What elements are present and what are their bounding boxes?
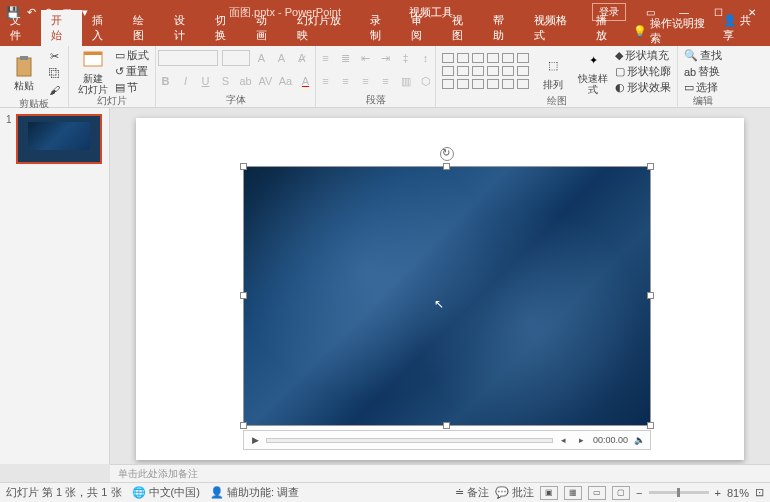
share-button[interactable]: 👤 共享 [713,10,770,46]
indent-inc-icon[interactable]: ⇥ [378,50,394,66]
tab-insert[interactable]: 插入 [82,10,123,46]
tab-design[interactable]: 设计 [164,10,205,46]
tab-slideshow[interactable]: 幻灯片放映 [287,10,360,46]
tab-home[interactable]: 开始 [41,10,82,46]
line-spacing-icon[interactable]: ‡ [398,50,414,66]
resize-handle-w[interactable] [240,292,247,299]
resize-handle-se[interactable] [647,422,654,429]
columns-icon[interactable]: ▥ [398,73,414,89]
tab-playback[interactable]: 播放 [586,10,627,46]
video-object[interactable]: ↖ [243,166,651,426]
resize-handle-e[interactable] [647,292,654,299]
slide-thumbnail-1[interactable] [16,114,102,164]
cut-icon[interactable]: ✂ [46,48,62,64]
format-painter-icon[interactable]: 🖌 [46,82,62,98]
reading-view-icon[interactable]: ▭ [588,486,606,500]
arrange-button[interactable]: ⬚ 排列 [535,54,571,90]
paste-button[interactable]: 粘贴 [6,55,42,91]
tab-transitions[interactable]: 切换 [205,10,246,46]
fit-window-icon[interactable]: ⊡ [755,486,764,499]
zoom-level[interactable]: 81% [727,487,749,499]
shape-fill-button[interactable]: ◆ 形状填充 [615,48,671,63]
volume-icon[interactable]: 🔈 [632,433,646,447]
shape-effects-button[interactable]: ◐ 形状效果 [615,80,671,95]
rotate-handle[interactable] [440,147,454,161]
ribbon-tabs: 文件 开始 插入 绘图 设计 切换 动画 幻灯片放映 录制 审阅 视图 帮助 视… [0,24,770,46]
arrange-icon: ⬚ [541,54,565,78]
underline-icon[interactable]: U [198,73,214,89]
tab-animations[interactable]: 动画 [246,10,287,46]
resize-handle-nw[interactable] [240,163,247,170]
tab-review[interactable]: 审阅 [401,10,442,46]
align-right-icon[interactable]: ≡ [358,73,374,89]
strike-icon[interactable]: S [218,73,234,89]
font-family[interactable] [158,50,218,66]
new-slide-icon [81,48,105,72]
select-button[interactable]: ▭ 选择 [684,80,722,95]
tab-video-format[interactable]: 视频格式 [524,10,586,46]
language-indicator[interactable]: 🌐 中文(中国) [132,485,200,500]
comments-toggle[interactable]: 💬 批注 [495,485,534,500]
layout-button[interactable]: ▭ 版式 [115,48,149,63]
slide-counter: 幻灯片 第 1 张，共 1 张 [6,485,122,500]
font-size[interactable] [222,50,250,66]
smartart-icon[interactable]: ⬡ [418,73,434,89]
tab-draw[interactable]: 绘图 [123,10,164,46]
tab-view[interactable]: 视图 [442,10,483,46]
shape-outline-button[interactable]: ▢ 形状轮廓 [615,64,671,79]
accessibility-check[interactable]: 👤 辅助功能: 调查 [210,485,299,500]
prev-frame-button[interactable]: ◂ [557,433,571,447]
new-slide-button[interactable]: 新建 幻灯片 [75,48,111,95]
zoom-in-button[interactable]: + [715,487,721,499]
text-direction-icon[interactable]: ↕ [418,50,434,66]
shadow-icon[interactable]: ab [238,73,254,89]
section-button[interactable]: ▤ 节 [115,80,149,95]
tab-help[interactable]: 帮助 [483,10,524,46]
justify-icon[interactable]: ≡ [378,73,394,89]
resize-handle-sw[interactable] [240,422,247,429]
resize-handle-n[interactable] [443,163,450,170]
clear-format-icon[interactable]: A̷ [294,50,310,66]
indent-dec-icon[interactable]: ⇤ [358,50,374,66]
video-preview [244,167,650,425]
italic-icon[interactable]: I [178,73,194,89]
align-left-icon[interactable]: ≡ [318,73,334,89]
zoom-slider[interactable] [649,491,709,494]
tell-me-search[interactable]: 💡 操作说明搜索 [633,16,712,46]
notes-toggle[interactable]: ≐ 备注 [455,485,489,500]
slideshow-view-icon[interactable]: ▢ [612,486,630,500]
svg-rect-0 [17,58,31,76]
case-icon[interactable]: Aa [278,73,294,89]
copy-icon[interactable]: ⿻ [46,65,62,81]
lightbulb-icon: 💡 [633,25,647,38]
font-color-icon[interactable]: A [298,73,314,89]
thumb-number: 1 [6,114,12,164]
slide-canvas[interactable]: ↖ ▶ ◂ ▸ 00:00.00 🔈 [110,108,770,464]
bullets-icon[interactable]: ≡ [318,50,334,66]
sorter-view-icon[interactable]: ▦ [564,486,582,500]
normal-view-icon[interactable]: ▣ [540,486,558,500]
reset-button[interactable]: ↺ 重置 [115,64,149,79]
resize-handle-s[interactable] [443,422,450,429]
bold-icon[interactable]: B [158,73,174,89]
play-button[interactable]: ▶ [248,433,262,447]
grow-font-icon[interactable]: A [254,50,270,66]
slide[interactable]: ↖ ▶ ◂ ▸ 00:00.00 🔈 [136,118,744,460]
shrink-font-icon[interactable]: A [274,50,290,66]
media-progress[interactable] [266,438,553,443]
find-button[interactable]: 🔍 查找 [684,48,722,63]
tab-file[interactable]: 文件 [0,10,41,46]
align-center-icon[interactable]: ≡ [338,73,354,89]
spacing-icon[interactable]: AV [258,73,274,89]
resize-handle-ne[interactable] [647,163,654,170]
numbering-icon[interactable]: ≣ [338,50,354,66]
quick-styles-icon: ✦ [581,48,605,72]
replace-button[interactable]: ab 替换 [684,64,722,79]
svg-rect-1 [20,56,28,60]
shapes-gallery[interactable] [442,53,531,91]
zoom-out-button[interactable]: − [636,487,642,499]
quick-styles-button[interactable]: ✦ 快速样式 [575,48,611,95]
next-frame-button[interactable]: ▸ [575,433,589,447]
tab-record[interactable]: 录制 [360,10,401,46]
notes-pane[interactable]: 单击此处添加备注 [110,464,770,482]
